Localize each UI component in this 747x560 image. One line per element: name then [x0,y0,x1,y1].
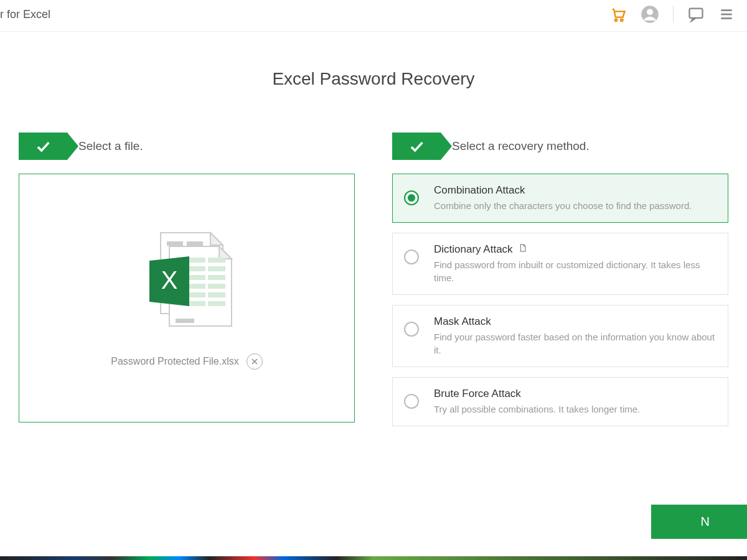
header-bar: r for Excel [0,0,747,32]
svg-text:X: X [161,266,178,294]
svg-rect-11 [187,241,203,246]
page-title: Excel Password Recovery [0,69,747,89]
info-file-icon [518,243,527,256]
app-title: r for Excel [0,8,50,21]
header-divider [673,6,674,23]
taskbar-strip [0,556,747,560]
step2-badge [392,133,441,160]
step1-header: Select a file. [19,133,355,160]
svg-rect-21 [208,284,225,289]
feedback-icon[interactable] [687,6,705,23]
svg-rect-15 [208,258,225,263]
method-combination[interactable]: Combination Attack Combine only the char… [392,174,728,223]
svg-rect-24 [188,301,205,306]
svg-rect-4 [690,9,703,18]
remove-file-button[interactable] [247,353,263,370]
method-title: Brute Force Attack [434,388,640,400]
svg-rect-10 [167,241,183,246]
svg-point-0 [615,19,618,22]
method-section: Select a recovery method. Combination At… [392,133,728,426]
svg-rect-23 [208,292,225,297]
method-desc: Find password from inbuilt or customized… [434,258,716,284]
step2-label: Select a recovery method. [452,139,590,153]
file-section: Select a file. [19,133,355,426]
menu-icon[interactable] [718,6,735,22]
svg-rect-20 [188,284,205,289]
cart-icon[interactable] [609,6,627,23]
svg-rect-25 [208,301,225,306]
method-title: Combination Attack [434,184,692,197]
method-desc: Find your password faster based on the i… [434,330,716,357]
user-icon[interactable] [641,5,659,24]
method-bruteforce[interactable]: Brute Force Attack Try all possible comb… [392,377,728,426]
step1-badge [19,133,67,160]
selected-file-row: Password Protected File.xlsx [111,353,262,370]
method-mask[interactable]: Mask Attack Find your password faster ba… [392,305,728,367]
svg-rect-17 [208,266,225,271]
method-list: Combination Attack Combine only the char… [392,174,728,426]
svg-rect-26 [176,319,194,323]
svg-point-3 [647,9,653,15]
svg-rect-22 [188,292,205,297]
radio-icon [404,250,419,264]
method-desc: Try all possible combinations. It takes … [434,403,640,416]
excel-file-icon: X [131,226,243,335]
method-dictionary[interactable]: Dictionary Attack Find password from inb… [392,233,728,295]
file-drop-area[interactable]: X Password Protected File.xlsx [19,174,355,422]
selected-file-name: Password Protected File.xlsx [111,356,238,367]
svg-point-1 [621,19,623,22]
method-title: Mask Attack [434,315,716,328]
svg-rect-16 [188,266,205,271]
method-title: Dictionary Attack [434,243,716,256]
next-button[interactable]: N [651,505,747,539]
radio-icon [404,322,419,337]
method-desc: Combine only the characters you choose t… [434,199,692,212]
svg-rect-19 [208,275,225,280]
svg-rect-18 [188,275,205,280]
header-icon-row [609,5,735,24]
radio-icon [404,190,419,205]
step2-header: Select a recovery method. [392,133,728,160]
radio-icon [404,394,419,409]
svg-marker-9 [210,233,223,245]
step1-label: Select a file. [78,139,143,153]
svg-marker-13 [219,246,232,259]
svg-rect-14 [188,258,205,263]
